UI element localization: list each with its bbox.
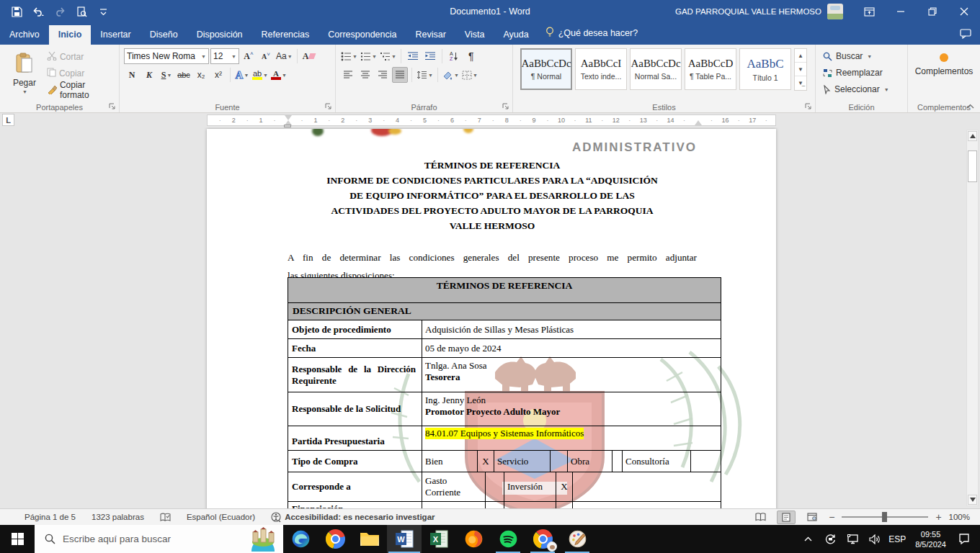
font-name-combo[interactable]: Times New Roma ▼ — [124, 48, 209, 64]
style-table-paragraph[interactable]: AaBbCcD ¶ Table Pa... — [685, 48, 736, 90]
style-normal[interactable]: AaBbCcDc ¶ Normal — [520, 48, 572, 90]
style-titulo-1[interactable]: AaBbC Título 1 — [739, 48, 791, 90]
styles-scroll-down-icon[interactable]: ▼ — [795, 63, 806, 76]
page-indicator[interactable]: Página 1 de 5 — [24, 513, 76, 521]
read-mode-icon[interactable] — [751, 511, 770, 524]
taskbar-chrome-icon[interactable] — [318, 525, 352, 553]
ribbon-display-options-icon[interactable] — [853, 0, 885, 23]
right-indent-marker[interactable] — [695, 120, 702, 125]
highlight-button[interactable]: ab ▼ — [251, 67, 269, 83]
tab-stop-selector[interactable]: L — [2, 114, 14, 126]
scrollbar-thumb[interactable] — [968, 150, 977, 182]
change-case-button[interactable]: Aa▼ — [275, 48, 293, 64]
restore-icon[interactable] — [917, 0, 948, 23]
print-layout-icon[interactable] — [777, 511, 796, 524]
format-painter-button[interactable]: Copiar formato — [45, 83, 119, 97]
align-right-button[interactable] — [375, 67, 391, 83]
tab-vista[interactable]: Vista — [455, 25, 494, 45]
first-line-indent-marker[interactable] — [285, 115, 292, 120]
find-button[interactable]: Buscar ▼ — [820, 48, 903, 64]
styles-scroll-up-icon[interactable]: ▲ — [795, 49, 806, 63]
tab-disposicion[interactable]: Disposición — [187, 25, 252, 45]
scroll-down-icon[interactable] — [968, 495, 977, 505]
accessibility-status[interactable]: Accesibilidad: es necesario investigar — [271, 512, 435, 522]
save-icon[interactable] — [7, 3, 26, 20]
align-left-button[interactable] — [340, 67, 356, 83]
styles-more-icon[interactable]: ▼̲ — [795, 76, 806, 90]
undo-icon[interactable] — [29, 3, 48, 20]
taskbar-search-input[interactable]: Escribe aquí para buscar — [35, 525, 283, 553]
select-button[interactable]: Seleccionar ▼ — [820, 81, 903, 97]
italic-button[interactable]: K — [141, 67, 157, 83]
font-dialog-launcher-icon[interactable] — [324, 102, 333, 111]
tab-correspondencia[interactable]: Correspondencia — [318, 25, 406, 45]
zoom-slider-handle[interactable] — [882, 512, 887, 522]
paste-button[interactable]: Pegar ▼ — [6, 48, 43, 99]
taskbar-paint-icon[interactable] — [560, 525, 594, 553]
taskbar-spotify-icon[interactable] — [491, 525, 525, 553]
tab-insertar[interactable]: Insertar — [91, 25, 140, 45]
tray-volume-icon[interactable] — [866, 529, 883, 550]
style-texto-independiente[interactable]: AaBbCcI Texto inde... — [575, 48, 627, 90]
proofing-icon[interactable] — [160, 513, 171, 522]
font-color-button[interactable]: A ▼ — [270, 67, 288, 83]
addins-button[interactable]: Complementos — [908, 45, 980, 76]
style-normal-sangria[interactable]: AaBbCcDc Normal Sa... — [630, 48, 682, 90]
bold-button[interactable]: N — [124, 67, 140, 83]
taskbar-firefox-icon[interactable] — [456, 525, 491, 553]
tray-clock[interactable]: 09:55 8/5/2024 — [911, 529, 950, 549]
sort-button[interactable]: AZ — [446, 48, 462, 64]
show-marks-button[interactable]: ¶ — [463, 48, 479, 64]
shrink-font-button[interactable]: A˅ — [258, 48, 274, 64]
bullets-button[interactable]: ▼ — [340, 48, 358, 64]
clipboard-dialog-launcher-icon[interactable] — [107, 102, 117, 111]
grow-font-button[interactable]: A˄ — [241, 48, 257, 64]
tray-chevron-icon[interactable] — [799, 529, 816, 550]
tab-referencias[interactable]: Referencias — [252, 25, 319, 45]
zoom-in-button[interactable]: + — [935, 511, 941, 523]
taskbar-excel-icon[interactable]: X — [422, 525, 456, 553]
cut-button[interactable]: Cortar — [45, 50, 119, 64]
collapse-ribbon-icon[interactable] — [966, 102, 974, 110]
tray-sync-icon[interactable] — [821, 529, 839, 550]
language-indicator[interactable]: Español (Ecuador) — [187, 513, 255, 521]
tray-network-icon[interactable] — [844, 529, 861, 550]
tab-revisar[interactable]: Revisar — [406, 25, 455, 45]
align-center-button[interactable] — [357, 67, 373, 83]
customize-qat-icon[interactable] — [94, 3, 112, 20]
tell-me-box[interactable]: ¿Qué desea hacer? — [538, 22, 646, 45]
justify-button[interactable] — [392, 67, 408, 83]
taskbar-edge-icon[interactable] — [283, 525, 318, 553]
zoom-out-button[interactable]: − — [829, 511, 834, 523]
line-spacing-button[interactable]: ▼ — [416, 67, 434, 83]
taskbar-file-explorer-icon[interactable] — [352, 525, 387, 553]
borders-button[interactable]: ▼ — [461, 67, 478, 83]
shading-button[interactable]: ▼ — [442, 67, 460, 83]
underline-button[interactable]: S▼ — [159, 67, 174, 83]
strikethrough-button[interactable]: abc — [176, 67, 192, 83]
account-name[interactable]: GAD PARROQUIAL VALLE HERMOSO — [675, 7, 821, 16]
scroll-up-icon[interactable] — [968, 131, 977, 141]
multilevel-list-button[interactable]: ▼ — [379, 48, 397, 64]
zoom-slider[interactable] — [842, 516, 928, 518]
web-layout-icon[interactable] — [803, 511, 821, 524]
font-size-combo[interactable]: 12 ▼ — [210, 48, 239, 64]
text-effects-button[interactable]: A▼ — [234, 67, 250, 83]
vertical-scrollbar[interactable] — [966, 130, 979, 506]
tab-diseno[interactable]: Diseño — [141, 25, 187, 45]
zoom-level[interactable]: 100% — [949, 513, 970, 521]
superscript-button[interactable]: x² — [210, 67, 226, 83]
styles-dialog-launcher-icon[interactable] — [803, 102, 813, 111]
replace-button[interactable]: Reemplazar — [820, 65, 903, 81]
document-canvas[interactable]: ADMINISTRATIVO TÉRMINOS DE REFERENCIA IN… — [0, 127, 980, 508]
page[interactable]: ADMINISTRATIVO TÉRMINOS DE REFERENCIA IN… — [207, 129, 776, 508]
copy-button[interactable]: Copiar — [45, 66, 119, 81]
increase-indent-button[interactable] — [422, 48, 438, 64]
taskbar-chrome-profile-icon[interactable] — [525, 525, 560, 553]
print-preview-icon[interactable] — [72, 3, 91, 20]
taskbar-word-icon[interactable]: W — [387, 525, 422, 553]
start-button[interactable] — [0, 525, 35, 553]
paragraph-dialog-launcher-icon[interactable] — [501, 102, 510, 111]
tab-archivo[interactable]: Archivo — [0, 25, 49, 45]
clear-formatting-button[interactable]: A — [301, 48, 317, 64]
